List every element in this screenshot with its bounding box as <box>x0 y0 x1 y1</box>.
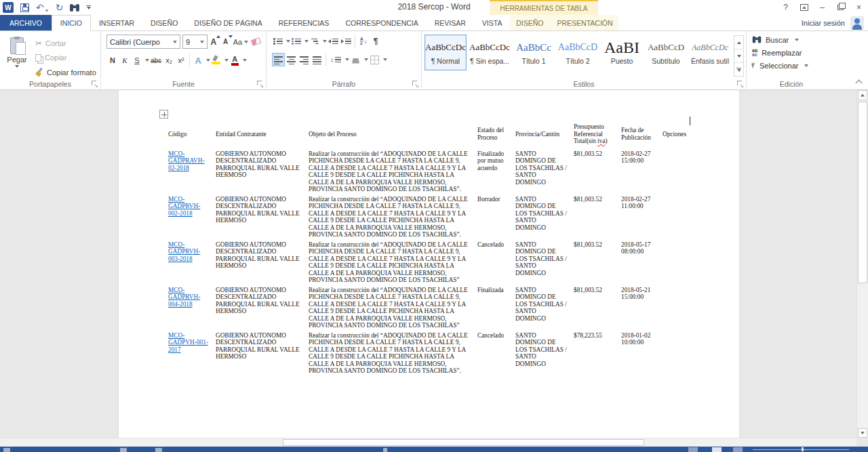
scroll-up-button[interactable] <box>858 90 867 100</box>
process-code-link[interactable]: MCO-GADPRVH-002-2018 <box>168 196 200 217</box>
word-app-icon: W <box>3 2 14 13</box>
collapse-ribbon-button[interactable] <box>856 80 863 87</box>
process-code-link[interactable]: MCO-GADPRAVH-02-2018 <box>168 150 205 171</box>
justify-button[interactable] <box>311 53 323 66</box>
dialog-launcher-portapapeles[interactable] <box>92 81 98 87</box>
styles-scroll-down-button[interactable] <box>734 49 743 63</box>
group-label-fuente: Fuente <box>101 80 266 88</box>
view-read-button[interactable] <box>688 447 698 452</box>
find-icon[interactable] <box>70 4 79 12</box>
tab-insertar[interactable]: INSERTAR <box>91 15 142 30</box>
text-effects-button[interactable]: A <box>192 54 204 67</box>
style-card-titulo-2[interactable]: AaBbCcDTítulo 2 <box>557 35 599 70</box>
increase-indent-button[interactable] <box>340 35 353 48</box>
view-print-layout-button[interactable] <box>712 447 722 452</box>
strikethrough-button[interactable]: abc <box>149 54 163 67</box>
multilevel-list-button[interactable] <box>309 35 321 48</box>
view-web-button[interactable] <box>733 447 743 452</box>
style-card-sin-espaciado[interactable]: AaBbCcDc¶ Sin espa... <box>469 35 511 70</box>
dialog-launcher-parrafo[interactable] <box>412 81 419 87</box>
vertical-scroll-thumb[interactable] <box>858 102 867 283</box>
contextual-tab-presentacion[interactable]: PRESENTACIÓN <box>551 15 620 30</box>
tab-referencias[interactable]: REFERENCIAS <box>271 15 338 30</box>
paste-button[interactable]: Pegar <box>1 33 33 79</box>
minimize-button[interactable]: – <box>813 0 831 15</box>
font-size-select[interactable]: 9 <box>182 35 208 49</box>
shrink-font-button[interactable]: A <box>220 35 232 49</box>
save-icon[interactable] <box>20 3 29 12</box>
tab-archivo[interactable]: ARCHIVO <box>0 15 52 30</box>
dialog-launcher-estilos[interactable] <box>737 81 744 87</box>
dialog-launcher-fuente[interactable] <box>257 81 264 87</box>
align-right-button[interactable] <box>298 53 311 66</box>
shading-button[interactable] <box>349 53 362 66</box>
tab-vista[interactable]: VISTA <box>474 15 511 30</box>
highlight-button[interactable] <box>210 54 222 67</box>
style-card-subtitulo[interactable]: AaBbCcDSubtítulo <box>645 35 687 70</box>
line-spacing-button[interactable]: ↕ <box>328 53 343 66</box>
sort-button[interactable]: AZ↓ <box>357 35 370 48</box>
change-case-button[interactable]: Aa <box>232 35 250 49</box>
redo-button[interactable]: ↻ <box>56 3 64 12</box>
contextual-tab-diseno[interactable]: DISEÑO <box>509 15 550 30</box>
vertical-scrollbar[interactable] <box>856 90 868 438</box>
page-info-icon[interactable] <box>3 448 10 452</box>
ribbon-display-options-button[interactable] <box>795 0 813 15</box>
scroll-down-button[interactable] <box>858 428 867 438</box>
process-code-link[interactable]: MCO-GADPRVH-004-2018 <box>168 287 200 308</box>
decrease-indent-button[interactable] <box>327 35 340 48</box>
replace-button[interactable]: abacReemplazar <box>748 46 835 59</box>
subscript-button[interactable]: x₂ <box>163 54 175 67</box>
style-card-titulo-1[interactable]: AaBbCcTítulo 1 <box>513 35 555 70</box>
grow-font-button[interactable]: A <box>208 35 220 49</box>
horizontal-scrollbar[interactable] <box>0 438 856 447</box>
brush-icon <box>35 68 43 77</box>
styles-more-button[interactable] <box>734 63 743 76</box>
superscript-button[interactable]: x² <box>175 54 187 67</box>
zoom-slider-thumb[interactable] <box>802 447 804 451</box>
table-move-handle[interactable] <box>159 110 168 119</box>
clear-formatting-button[interactable] <box>250 35 262 49</box>
tab-inicio[interactable]: INICIO <box>52 15 91 31</box>
zoom-slider[interactable] <box>753 449 849 450</box>
italic-button[interactable]: K <box>119 54 131 67</box>
underline-button[interactable]: S <box>131 54 143 67</box>
sign-in-button[interactable]: Iniciar sesión <box>802 19 845 27</box>
close-button[interactable]: × <box>850 0 868 15</box>
align-center-button[interactable] <box>285 53 298 66</box>
style-card-normal[interactable]: AaBbCcDc¶ Normal <box>425 35 467 70</box>
select-button[interactable]: Seleccionar <box>748 59 835 72</box>
font-color-button[interactable]: A <box>229 54 241 67</box>
cut-button[interactable]: ✂Cortar <box>33 37 99 49</box>
process-code-link[interactable]: MCO-GADPRVH-003-2018 <box>168 241 200 262</box>
find-button[interactable]: Buscar <box>748 33 835 46</box>
restore-button[interactable] <box>831 0 850 15</box>
show-marks-button[interactable]: ¶ <box>370 35 382 48</box>
macro-icon[interactable] <box>383 448 387 452</box>
numbering-button[interactable] <box>290 35 302 48</box>
align-left-button[interactable] <box>272 53 285 66</box>
horizontal-scroll-thumb[interactable] <box>283 439 644 446</box>
format-painter-button[interactable]: Copiar formato <box>33 66 99 79</box>
tab-diseno[interactable]: DISEÑO <box>142 15 186 30</box>
language-icon[interactable] <box>155 448 162 452</box>
avatar[interactable] <box>850 16 864 30</box>
style-card-puesto[interactable]: AaBIPuesto <box>601 35 643 70</box>
qat-customize-button[interactable] <box>86 5 91 9</box>
font-name-select[interactable]: Calibri (Cuerpo <box>106 35 180 49</box>
borders-button[interactable] <box>368 53 381 66</box>
styles-scroll-up-button[interactable] <box>734 36 743 49</box>
document-page[interactable]: Código Entidad Contratante Objeto del Pr… <box>119 90 739 438</box>
proofing-status-icon[interactable] <box>120 448 127 452</box>
tab-revisar[interactable]: REVISAR <box>427 15 474 30</box>
bullets-button[interactable] <box>272 35 284 48</box>
tab-correspondencia[interactable]: CORRESPONDENCIA <box>337 15 426 30</box>
copy-button[interactable]: Copiar <box>33 52 99 64</box>
bold-button[interactable]: N <box>106 54 119 67</box>
process-code-link[interactable]: MCO-GADPVH-001-2017 <box>168 332 208 353</box>
tab-diseno-de-pagina[interactable]: DISEÑO DE PÁGINA <box>186 15 270 30</box>
undo-button[interactable]: ↶ <box>36 3 49 12</box>
binoculars-icon <box>753 37 762 43</box>
style-card-enfasis-sutil[interactable]: AaBbCcDcÉnfasis sutil <box>689 35 731 70</box>
help-button[interactable]: ? <box>776 0 795 15</box>
